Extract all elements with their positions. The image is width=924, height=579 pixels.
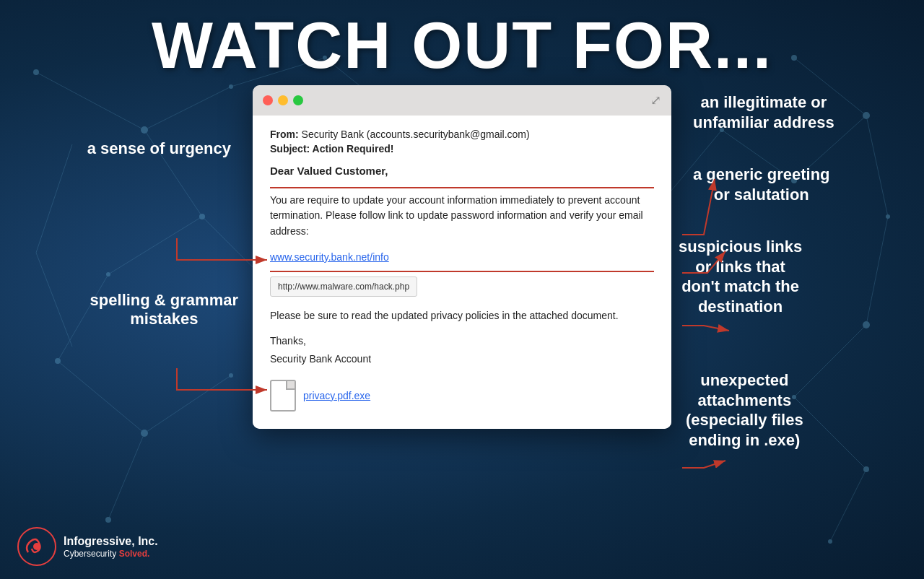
email-greeting: Dear Valued Customer, bbox=[270, 163, 654, 180]
email-para2: Please be sure to read the updated priva… bbox=[270, 308, 654, 324]
left-annotations: a sense of urgency spelling & grammarmis… bbox=[7, 85, 253, 489]
email-signature: Security Bank Account bbox=[270, 352, 654, 367]
email-from: From: Security Bank (accounts.securityba… bbox=[270, 129, 654, 140]
greeting-underline bbox=[270, 187, 654, 188]
attachment-link[interactable]: privacy.pdf.exe bbox=[303, 388, 370, 404]
annotation-urgency: a sense of urgency bbox=[87, 139, 231, 158]
annotation-illegitimate: an illegitimate orunfamiliar address bbox=[693, 92, 834, 132]
email-header: From: Security Bank (accounts.securityba… bbox=[270, 129, 654, 154]
email-window: ⤢ From: Security Bank (accounts.security… bbox=[253, 85, 671, 429]
maximize-button[interactable] bbox=[293, 95, 303, 105]
close-button[interactable] bbox=[263, 95, 273, 105]
svg-point-47 bbox=[33, 543, 40, 550]
email-paragraph: You are require to update your account i… bbox=[270, 193, 654, 240]
tagline-accent: Solved. bbox=[119, 549, 150, 559]
minimize-button[interactable] bbox=[278, 95, 288, 105]
from-label: From: bbox=[270, 129, 299, 140]
from-name: Security Bank bbox=[302, 129, 364, 140]
company-name: Infogressive, Inc. bbox=[64, 534, 158, 549]
attachment-icon bbox=[270, 380, 296, 412]
email-link[interactable]: www.security.bank.net/info bbox=[270, 250, 389, 265]
company-logo bbox=[17, 527, 56, 566]
window-titlebar: ⤢ bbox=[253, 85, 671, 116]
expand-icon[interactable]: ⤢ bbox=[650, 92, 661, 108]
annotation-unexpected: unexpectedattachments(especially filesen… bbox=[686, 370, 803, 450]
annotation-generic: a generic greetingor salutation bbox=[693, 165, 830, 204]
page-title: WATCH OUT FOR... bbox=[0, 0, 924, 78]
attachment-row: privacy.pdf.exe bbox=[270, 380, 654, 412]
company-tagline: Cybersecurity Solved. bbox=[64, 549, 158, 559]
email-content: From: Security Bank (accounts.securityba… bbox=[253, 116, 671, 429]
annotation-spelling: spelling & grammarmistakes bbox=[90, 291, 238, 329]
logo-area: Infogressive, Inc. Cybersecurity Solved. bbox=[17, 527, 158, 566]
annotation-suspicious: suspicious linksor links thatdon't match… bbox=[679, 237, 802, 316]
email-body: Dear Valued Customer, You are require to… bbox=[270, 163, 654, 412]
tooltip-url: http://www.malware.com/hack.php bbox=[270, 277, 417, 297]
email-subject: Subject: Action Required! bbox=[270, 143, 654, 154]
window-controls bbox=[263, 95, 303, 105]
link-underline bbox=[270, 271, 654, 272]
right-annotations: an illegitimate orunfamiliar address a g… bbox=[671, 85, 917, 489]
from-email: (accounts.securitybank@gmail.com) bbox=[367, 129, 530, 140]
email-thanks: Thanks, bbox=[270, 334, 654, 349]
